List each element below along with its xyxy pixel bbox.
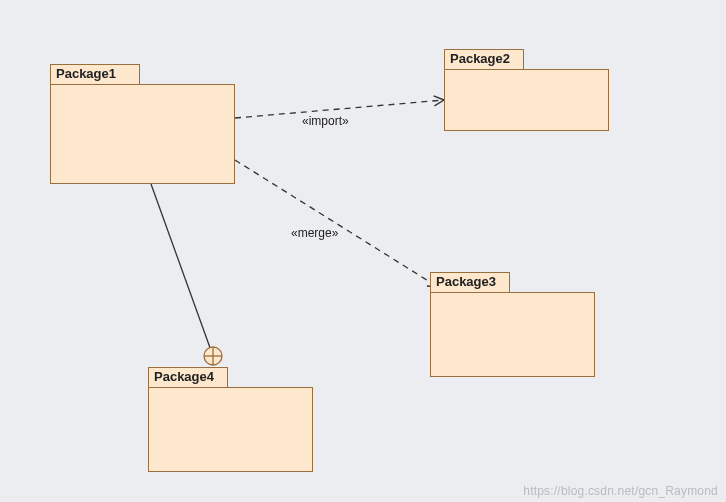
rel-containment-line — [151, 184, 213, 356]
rel-merge-line — [235, 160, 438, 287]
diagram-canvas: «import» «merge» Package1 Package2 Packa… — [0, 0, 726, 502]
package-p4-label: Package4 — [154, 369, 214, 384]
rel-merge-label: «merge» — [291, 226, 338, 240]
package-p2[interactable]: Package2 — [444, 49, 609, 131]
package-p2-label: Package2 — [450, 51, 510, 66]
package-p1[interactable]: Package1 — [50, 64, 235, 184]
watermark-text: https://blog.csdn.net/gcn_Raymond — [523, 484, 718, 498]
package-p1-label: Package1 — [56, 66, 116, 81]
rel-import-label: «import» — [302, 114, 349, 128]
package-p3-label: Package3 — [436, 274, 496, 289]
containment-symbol — [204, 347, 222, 365]
package-p3[interactable]: Package3 — [430, 272, 595, 377]
svg-point-0 — [204, 347, 222, 365]
package-p4[interactable]: Package4 — [148, 367, 313, 472]
